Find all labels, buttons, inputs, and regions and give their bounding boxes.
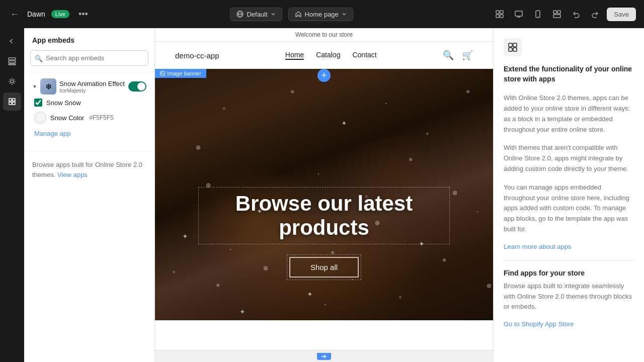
apps-icon-right	[508, 42, 518, 52]
snow-snow-label: Snow Snow	[46, 99, 81, 107]
image-icon	[160, 71, 165, 76]
banner-tag: Image banner	[155, 69, 206, 78]
right-panel: Extend the functionality of your online …	[493, 28, 644, 362]
default-selector[interactable]: Default	[230, 8, 282, 21]
banner-title: Browse our latest products	[198, 187, 450, 244]
bottom-handle[interactable]	[317, 353, 331, 360]
chevron-down-icon-2	[342, 12, 347, 17]
mobile-icon	[533, 10, 542, 19]
search-input[interactable]	[30, 50, 148, 66]
right-panel-p2: With themes that aren't compatible with …	[504, 143, 634, 174]
find-apps-heading: Find apps for your store	[504, 269, 634, 277]
top-bar-right: Save	[492, 7, 636, 22]
find-apps-text: Browse apps built to integrate seamlessl…	[504, 281, 634, 312]
svg-rect-12	[553, 11, 556, 14]
manage-app-link[interactable]: Manage app	[32, 130, 146, 137]
undo-button[interactable]	[569, 7, 584, 22]
chevron-down-icon	[271, 12, 276, 17]
app-embed-item: ▾ ❄ Snow Animation Effect IceMajesty Sno…	[24, 72, 154, 151]
back-button[interactable]: ←	[8, 7, 21, 22]
right-panel-p1: With Online Store 2.0 themes, apps can b…	[504, 93, 634, 135]
add-section-button[interactable]: +	[317, 69, 331, 82]
canvas-scroll-area[interactable]: Welcome to our store demo-cc-app Home Ca…	[155, 28, 493, 350]
store-preview: Welcome to our store demo-cc-app Home Ca…	[155, 28, 493, 350]
image-banner: Image banner + ❄❅❆✦·❄❅❆✦·❄❅❆✦·❄❅❆✦·❄❅❆✦·…	[155, 69, 493, 320]
nav-settings-icon	[8, 77, 17, 86]
nav-settings-button[interactable]	[3, 72, 21, 90]
grid-icon-box	[504, 38, 522, 56]
nav-back-icon	[8, 37, 17, 46]
nav-contact[interactable]: Contact	[352, 51, 376, 60]
live-badge: Live	[51, 10, 69, 18]
search-nav-icon[interactable]: 🔍	[443, 50, 454, 61]
shopify-app-store-link[interactable]: Go to Shopify App Store	[504, 320, 634, 328]
svg-rect-4	[500, 11, 503, 14]
top-bar: ← Dawn Live ••• Default Home page	[0, 0, 644, 28]
store-nav-icons: 🔍 🛒	[443, 50, 473, 61]
app-embed-labels: Snow Animation Effect IceMajesty	[59, 80, 125, 94]
save-button[interactable]: Save	[607, 8, 636, 21]
nav-apps-button[interactable]	[3, 93, 21, 111]
svg-point-18	[11, 80, 14, 83]
app-name: Dawn	[27, 10, 45, 18]
banner-tag-text: Image banner	[167, 70, 201, 76]
panel-title: App embeds	[24, 28, 154, 50]
shop-all-button[interactable]: Shop all	[289, 257, 359, 278]
svg-rect-7	[515, 11, 522, 16]
redo-icon	[591, 10, 600, 19]
svg-rect-21	[509, 43, 512, 47]
app-embed-name: Snow Animation Effect	[59, 80, 125, 87]
svg-rect-15	[9, 58, 16, 60]
svg-rect-3	[496, 11, 499, 14]
grid-icon-top	[552, 10, 561, 19]
left-nav	[0, 28, 24, 362]
shop-all-wrapper: Shop all	[287, 254, 361, 280]
cart-nav-icon[interactable]: 🛒	[462, 50, 473, 61]
svg-rect-23	[509, 48, 512, 51]
mobile-view-button[interactable]	[530, 7, 545, 22]
banner-content: Browse our latest products Shop all	[198, 187, 450, 280]
store-nav: demo-cc-app Home Catalog Contact 🔍 🛒	[155, 42, 493, 69]
redo-button[interactable]	[588, 7, 603, 22]
right-divider	[504, 260, 634, 261]
homepage-label: Home page	[305, 11, 339, 18]
apps-grid-button[interactable]	[492, 7, 507, 22]
snow-snow-row: Snow Snow	[32, 99, 146, 107]
nav-catalog[interactable]: Catalog	[316, 51, 340, 60]
app-embed-by: IceMajesty	[59, 87, 125, 94]
panel-footer: Browse apps built for Online Store 2.0 t…	[24, 151, 154, 188]
desktop-icon	[514, 10, 523, 19]
svg-rect-17	[9, 64, 16, 65]
color-swatch[interactable]	[34, 112, 46, 124]
snow-color-value: #F5F5F5	[89, 114, 114, 121]
search-box: 🔍	[30, 50, 148, 66]
svg-rect-24	[513, 48, 517, 51]
snow-snow-checkbox[interactable]	[34, 99, 42, 107]
view-apps-link[interactable]: View apps	[57, 171, 88, 178]
right-panel-p3: You can manage apps embedded throughout …	[504, 183, 634, 235]
nav-home[interactable]: Home	[285, 51, 304, 60]
nav-sections-button[interactable]	[3, 52, 21, 70]
snow-color-label: Snow Color	[50, 114, 84, 122]
canvas-bottom-bar	[155, 350, 493, 362]
store-topbar: Welcome to our store	[155, 28, 493, 42]
right-panel-top	[504, 38, 634, 56]
svg-rect-14	[553, 15, 560, 18]
app-icon: ❄	[40, 78, 56, 95]
nav-back-button[interactable]	[3, 32, 21, 50]
right-panel-heading: Extend the functionality of your online …	[504, 64, 634, 84]
svg-rect-22	[513, 43, 517, 47]
default-label: Default	[247, 11, 267, 18]
desktop-view-button[interactable]	[511, 7, 526, 22]
store-nav-links: Home Catalog Contact	[285, 51, 377, 60]
homepage-selector[interactable]: Home page	[288, 8, 353, 21]
grid-view-button[interactable]	[549, 7, 565, 22]
home-icon-top	[295, 11, 302, 18]
learn-more-link[interactable]: Learn more about apps	[504, 243, 634, 250]
store-logo: demo-cc-app	[175, 51, 219, 60]
toggle-switch[interactable]	[128, 81, 146, 92]
globe-icon	[236, 11, 244, 18]
more-button[interactable]: •••	[75, 7, 91, 22]
sections-icon	[8, 57, 17, 66]
collapse-button[interactable]: ▾	[32, 82, 37, 91]
